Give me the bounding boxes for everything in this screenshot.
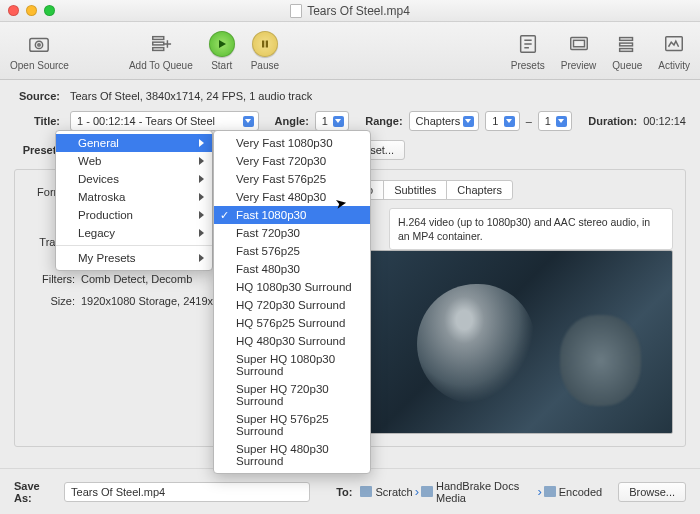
preset-description: H.264 video (up to 1080p30) and AAC ster… bbox=[389, 208, 673, 250]
svg-rect-3 bbox=[153, 36, 164, 39]
preset-category-item[interactable]: General bbox=[56, 134, 212, 152]
saveas-field[interactable]: Tears Of Steel.mp4 bbox=[64, 482, 310, 502]
open-source-label: Open Source bbox=[10, 60, 69, 71]
folder-icon bbox=[544, 486, 556, 497]
preset-submenu[interactable]: Very Fast 1080p30Very Fast 720p30Very Fa… bbox=[213, 130, 371, 474]
video-preview[interactable] bbox=[360, 250, 673, 434]
range-to-value: 1 bbox=[545, 115, 551, 127]
open-source-button[interactable]: Open Source bbox=[10, 31, 69, 71]
filters-value: Comb Detect, Decomb bbox=[81, 273, 192, 285]
tab-chapters[interactable]: Chapters bbox=[446, 180, 513, 200]
range-from-select[interactable]: 1 bbox=[485, 111, 519, 131]
add-to-queue-icon bbox=[147, 31, 175, 57]
saveas-label: Save As: bbox=[14, 480, 56, 504]
svg-point-2 bbox=[38, 43, 40, 45]
preset-item[interactable]: Fast 576p25 bbox=[214, 242, 370, 260]
my-presets-item[interactable]: My Presets bbox=[56, 249, 212, 267]
svg-rect-7 bbox=[266, 40, 268, 47]
preset-item[interactable]: HQ 480p30 Surround bbox=[214, 332, 370, 350]
preset-item[interactable]: HQ 576p25 Surround bbox=[214, 314, 370, 332]
size-label: Size: bbox=[27, 295, 75, 307]
play-icon bbox=[209, 31, 235, 57]
angle-label: Angle: bbox=[275, 115, 309, 127]
svg-rect-12 bbox=[620, 43, 633, 46]
window-title: Tears Of Steel.mp4 bbox=[0, 4, 700, 18]
queue-icon bbox=[613, 31, 641, 57]
preset-category-menu[interactable]: GeneralWebDevicesMatroskaProductionLegac… bbox=[55, 130, 213, 271]
source-value: Tears Of Steel, 3840x1714, 24 FPS, 1 aud… bbox=[70, 90, 312, 102]
preset-category-item[interactable]: Web bbox=[56, 152, 212, 170]
footer-bar: Save As: Tears Of Steel.mp4 To: Scratch … bbox=[0, 468, 700, 514]
preset-item[interactable]: Super HQ 480p30 Surround bbox=[214, 440, 370, 470]
filters-label: Filters: bbox=[27, 273, 75, 285]
zoom-window-button[interactable] bbox=[44, 5, 55, 16]
folder-icon bbox=[360, 486, 372, 497]
preset-item[interactable]: HQ 720p30 Surround bbox=[214, 296, 370, 314]
range-mode-value: Chapters bbox=[416, 115, 461, 127]
duration-value: 00:12:14 bbox=[643, 115, 686, 127]
dest-path[interactable]: Scratch › HandBrake Docs Media › Encoded bbox=[360, 480, 602, 504]
range-from-value: 1 bbox=[492, 115, 498, 127]
angle-value: 1 bbox=[322, 115, 328, 127]
chevron-right-icon: › bbox=[415, 484, 419, 499]
main-toolbar: Open Source Add To Queue Start Pause Pre… bbox=[0, 22, 700, 80]
svg-rect-10 bbox=[573, 40, 584, 46]
close-window-button[interactable] bbox=[8, 5, 19, 16]
chevron-right-icon: › bbox=[537, 484, 541, 499]
presets-label: Presets bbox=[511, 60, 545, 71]
range-mode-select[interactable]: Chapters bbox=[409, 111, 480, 131]
document-icon bbox=[290, 4, 302, 18]
preset-item[interactable]: Very Fast 720p30 bbox=[214, 152, 370, 170]
presets-icon bbox=[514, 31, 542, 57]
folder-icon bbox=[421, 486, 433, 497]
add-to-queue-label: Add To Queue bbox=[129, 60, 193, 71]
preview-button[interactable]: Preview bbox=[561, 31, 597, 71]
preset-category-item[interactable]: Legacy bbox=[56, 224, 212, 242]
add-to-queue-button[interactable]: Add To Queue bbox=[129, 31, 193, 71]
open-source-icon bbox=[25, 31, 53, 57]
title-select[interactable]: 1 - 00:12:14 - Tears Of Steel bbox=[70, 111, 259, 131]
preset-item[interactable]: Fast 480p30 bbox=[214, 260, 370, 278]
start-button[interactable]: Start bbox=[209, 31, 235, 71]
preset-item[interactable]: Super HQ 1080p30 Surround bbox=[214, 350, 370, 380]
queue-button[interactable]: Queue bbox=[612, 31, 642, 71]
source-label: Source: bbox=[14, 90, 60, 102]
preset-item[interactable]: Very Fast 576p25 bbox=[214, 170, 370, 188]
saveas-value: Tears Of Steel.mp4 bbox=[71, 486, 165, 498]
pause-button[interactable]: Pause bbox=[251, 31, 279, 71]
preset-item[interactable]: Fast 720p30 bbox=[214, 224, 370, 242]
activity-label: Activity bbox=[658, 60, 690, 71]
svg-rect-0 bbox=[30, 38, 48, 51]
svg-rect-6 bbox=[262, 40, 264, 47]
title-value: 1 - 00:12:14 - Tears Of Steel bbox=[77, 115, 215, 127]
window-title-text: Tears Of Steel.mp4 bbox=[307, 4, 410, 18]
preset-category-item[interactable]: Matroska bbox=[56, 188, 212, 206]
preset-item[interactable]: Super HQ 576p25 Surround bbox=[214, 410, 370, 440]
preset-category-item[interactable]: Devices bbox=[56, 170, 212, 188]
queue-label: Queue bbox=[612, 60, 642, 71]
svg-point-1 bbox=[36, 41, 43, 48]
svg-rect-4 bbox=[153, 42, 164, 45]
svg-rect-13 bbox=[620, 48, 633, 51]
preset-item[interactable]: HQ 1080p30 Surround bbox=[214, 278, 370, 296]
duration-label: Duration: bbox=[588, 115, 637, 127]
preview-label: Preview bbox=[561, 60, 597, 71]
preset-label: Preset: bbox=[14, 144, 60, 156]
range-label: Range: bbox=[365, 115, 402, 127]
presets-button[interactable]: Presets bbox=[511, 31, 545, 71]
range-dash: – bbox=[526, 115, 532, 127]
angle-select[interactable]: 1 bbox=[315, 111, 349, 131]
preset-item[interactable]: Very Fast 1080p30 bbox=[214, 134, 370, 152]
pause-label: Pause bbox=[251, 60, 279, 71]
minimize-window-button[interactable] bbox=[26, 5, 37, 16]
browse-button[interactable]: Browse... bbox=[618, 482, 686, 502]
dest-label: To: bbox=[336, 486, 352, 498]
preset-item[interactable]: Super HQ 720p30 Surround bbox=[214, 380, 370, 410]
pause-icon bbox=[252, 31, 278, 57]
range-to-select[interactable]: 1 bbox=[538, 111, 572, 131]
title-label: Title: bbox=[14, 115, 60, 127]
window-titlebar: Tears Of Steel.mp4 bbox=[0, 0, 700, 22]
preset-category-item[interactable]: Production bbox=[56, 206, 212, 224]
activity-button[interactable]: Activity bbox=[658, 31, 690, 71]
tab-subtitles[interactable]: Subtitles bbox=[383, 180, 447, 200]
